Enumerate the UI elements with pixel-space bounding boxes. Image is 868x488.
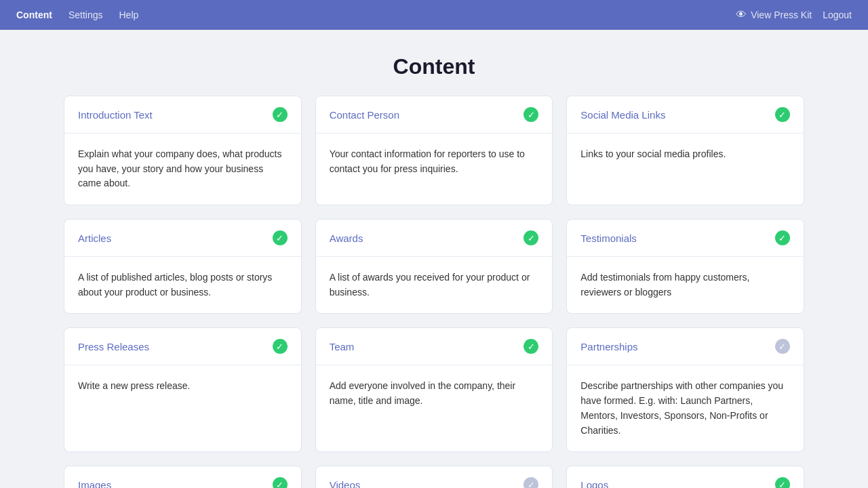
card-body-social-media-links: Links to your social media profiles. xyxy=(567,134,804,188)
card-body-testimonials: Add testimonials from happy customers, r… xyxy=(567,257,804,313)
card-description-social-media-links: Links to your social media profiles. xyxy=(580,147,790,162)
status-badge-introduction-text: ✓ xyxy=(273,107,288,122)
card-header-partnerships: Partnerships ✓ xyxy=(567,328,804,365)
card-title-articles: Articles xyxy=(78,232,111,244)
nav-settings[interactable]: Settings xyxy=(68,9,103,20)
card-description-partnerships: Describe partnerships with other compani… xyxy=(580,379,790,438)
card-title-videos: Videos xyxy=(330,479,361,488)
card-header-videos: Videos ✓ xyxy=(316,466,553,488)
status-badge-videos: ✓ xyxy=(524,477,538,488)
card-description-testimonials: Add testimonials from happy customers, r… xyxy=(580,270,790,300)
status-badge-social-media-links: ✓ xyxy=(775,107,790,122)
card-header-images: Images ✓ xyxy=(64,466,301,488)
view-press-kit-label: View Press Kit xyxy=(751,9,812,20)
status-badge-articles: ✓ xyxy=(273,230,288,245)
card-introduction-text[interactable]: Introduction Text ✓ Explain what your co… xyxy=(64,96,302,205)
card-title-images: Images xyxy=(78,479,111,488)
card-title-team: Team xyxy=(330,341,355,352)
navbar-right: 👁 View Press Kit Logout xyxy=(736,9,852,21)
status-badge-team: ✓ xyxy=(524,339,538,354)
card-body-partnerships: Describe partnerships with other compani… xyxy=(567,365,804,451)
status-badge-contact-person: ✓ xyxy=(524,107,538,122)
card-images[interactable]: Images ✓ xyxy=(64,466,302,488)
card-title-awards: Awards xyxy=(330,232,363,244)
card-header-awards: Awards ✓ xyxy=(316,220,553,257)
card-description-press-releases: Write a new press release. xyxy=(78,379,288,394)
card-team[interactable]: Team ✓ Add everyone involved in the comp… xyxy=(315,327,553,452)
card-header-logos: Logos ✓ xyxy=(567,466,804,488)
status-badge-images: ✓ xyxy=(273,477,288,488)
card-title-social-media-links: Social Media Links xyxy=(580,109,665,121)
card-title-press-releases: Press Releases xyxy=(78,341,149,352)
card-awards[interactable]: Awards ✓ A list of awards you received f… xyxy=(315,219,553,314)
card-header-social-media-links: Social Media Links ✓ xyxy=(567,96,804,134)
navbar: Content Settings Help 👁 View Press Kit L… xyxy=(0,0,868,30)
card-description-contact-person: Your contact information for reporters t… xyxy=(330,147,539,176)
logout-button[interactable]: Logout xyxy=(823,9,852,20)
card-partnerships[interactable]: Partnerships ✓ Describe partnerships wit… xyxy=(566,327,804,452)
card-social-media-links[interactable]: Social Media Links ✓ Links to your socia… xyxy=(566,96,804,205)
card-body-contact-person: Your contact information for reporters t… xyxy=(316,134,553,190)
card-contact-person[interactable]: Contact Person ✓ Your contact informatio… xyxy=(315,96,553,205)
card-header-contact-person: Contact Person ✓ xyxy=(316,96,553,134)
card-articles[interactable]: Articles ✓ A list of published articles,… xyxy=(64,219,302,314)
nav-content[interactable]: Content xyxy=(16,9,52,20)
card-logos[interactable]: Logos ✓ xyxy=(566,466,804,488)
card-header-articles: Articles ✓ xyxy=(64,220,301,257)
page-title: Content xyxy=(0,54,868,79)
card-header-introduction-text: Introduction Text ✓ xyxy=(64,96,301,134)
card-body-awards: A list of awards you received for your p… xyxy=(316,257,553,313)
card-header-team: Team ✓ xyxy=(316,328,553,365)
card-press-releases[interactable]: Press Releases ✓ Write a new press relea… xyxy=(64,327,302,452)
eye-icon: 👁 xyxy=(736,9,747,21)
status-badge-press-releases: ✓ xyxy=(273,339,288,354)
status-badge-testimonials: ✓ xyxy=(775,230,790,245)
card-description-awards: A list of awards you received for your p… xyxy=(330,270,539,300)
view-press-kit-button[interactable]: 👁 View Press Kit xyxy=(736,9,812,21)
card-body-introduction-text: Explain what your company does, what pro… xyxy=(64,134,301,205)
card-title-testimonials: Testimonials xyxy=(580,232,637,244)
card-title-introduction-text: Introduction Text xyxy=(78,109,153,121)
status-badge-partnerships: ✓ xyxy=(775,339,790,354)
cards-grid: Introduction Text ✓ Explain what your co… xyxy=(47,96,821,488)
navbar-left: Content Settings Help xyxy=(16,9,138,20)
card-description-introduction-text: Explain what your company does, what pro… xyxy=(78,147,288,191)
card-description-articles: A list of published articles, blog posts… xyxy=(78,270,288,300)
card-description-team: Add everyone involved in the company, th… xyxy=(330,379,539,408)
card-body-press-releases: Write a new press release. xyxy=(64,365,301,420)
card-body-team: Add everyone involved in the company, th… xyxy=(316,365,553,422)
card-header-testimonials: Testimonials ✓ xyxy=(567,220,804,257)
status-badge-logos: ✓ xyxy=(775,477,790,488)
card-title-contact-person: Contact Person xyxy=(330,109,399,121)
card-testimonials[interactable]: Testimonials ✓ Add testimonials from hap… xyxy=(566,219,804,314)
card-videos[interactable]: Videos ✓ xyxy=(315,466,553,488)
status-badge-awards: ✓ xyxy=(524,230,538,245)
card-title-logos: Logos xyxy=(580,479,608,488)
card-title-partnerships: Partnerships xyxy=(580,341,637,352)
card-header-press-releases: Press Releases ✓ xyxy=(64,328,301,365)
card-body-articles: A list of published articles, blog posts… xyxy=(64,257,301,313)
nav-help[interactable]: Help xyxy=(119,9,138,20)
